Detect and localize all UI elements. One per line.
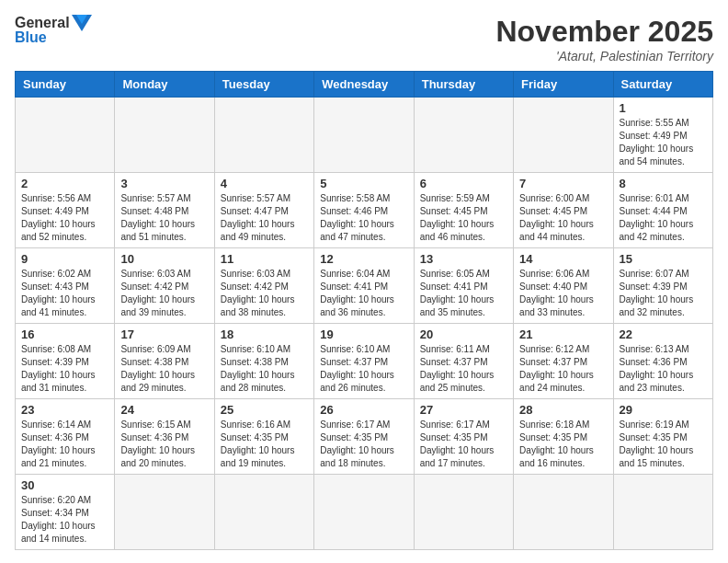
weekday-header-tuesday: Tuesday (214, 72, 313, 98)
calendar-cell (16, 98, 115, 173)
day-number: 2 (21, 177, 108, 190)
day-info: Sunrise: 6:05 AM Sunset: 4:41 PM Dayligh… (420, 268, 507, 319)
calendar-cell: 18Sunrise: 6:10 AM Sunset: 4:38 PM Dayli… (214, 324, 313, 399)
logo-mark: General Blue (15, 15, 92, 46)
logo-blue: Blue (15, 29, 47, 46)
calendar-cell: 3Sunrise: 5:57 AM Sunset: 4:48 PM Daylig… (115, 173, 214, 248)
page-header: General Blue November 2025 'Atarut, Pale… (15, 15, 713, 63)
day-info: Sunrise: 6:03 AM Sunset: 4:42 PM Dayligh… (221, 268, 308, 319)
day-number: 22 (620, 327, 707, 341)
day-info: Sunrise: 5:56 AM Sunset: 4:49 PM Dayligh… (21, 192, 108, 244)
day-number: 15 (620, 252, 707, 266)
day-info: Sunrise: 6:17 AM Sunset: 4:35 PM Dayligh… (320, 419, 407, 470)
day-number: 27 (420, 403, 507, 417)
day-info: Sunrise: 5:59 AM Sunset: 4:45 PM Dayligh… (420, 192, 507, 244)
logo: General Blue (15, 15, 92, 46)
logo-triangle-icon (72, 15, 92, 31)
weekday-header-saturday: Saturday (613, 72, 712, 98)
day-info: Sunrise: 6:14 AM Sunset: 4:36 PM Dayligh… (21, 419, 108, 470)
day-info: Sunrise: 6:09 AM Sunset: 4:38 PM Dayligh… (120, 343, 208, 395)
calendar-cell: 20Sunrise: 6:11 AM Sunset: 4:37 PM Dayli… (414, 324, 513, 399)
day-info: Sunrise: 6:06 AM Sunset: 4:40 PM Dayligh… (519, 268, 607, 319)
calendar-cell (514, 475, 613, 550)
calendar-week-3: 9Sunrise: 6:02 AM Sunset: 4:43 PM Daylig… (16, 248, 713, 324)
day-number: 10 (120, 252, 208, 266)
title-section: November 2025 'Atarut, Palestinian Terri… (495, 15, 713, 63)
day-number: 17 (120, 327, 208, 341)
calendar-cell (214, 475, 313, 550)
day-info: Sunrise: 6:08 AM Sunset: 4:39 PM Dayligh… (21, 343, 108, 395)
weekday-header-thursday: Thursday (414, 72, 513, 98)
calendar-week-2: 2Sunrise: 5:56 AM Sunset: 4:49 PM Daylig… (16, 173, 713, 248)
calendar-cell: 22Sunrise: 6:13 AM Sunset: 4:36 PM Dayli… (613, 324, 712, 399)
month-title: November 2025 (495, 15, 713, 49)
day-number: 28 (519, 403, 607, 417)
day-number: 14 (519, 252, 607, 266)
day-number: 11 (221, 252, 308, 266)
day-info: Sunrise: 6:00 AM Sunset: 4:45 PM Dayligh… (519, 192, 607, 244)
calendar-cell (314, 98, 414, 173)
calendar-table: SundayMondayTuesdayWednesdayThursdayFrid… (15, 71, 713, 550)
day-info: Sunrise: 6:12 AM Sunset: 4:37 PM Dayligh… (519, 343, 607, 395)
calendar-cell: 2Sunrise: 5:56 AM Sunset: 4:49 PM Daylig… (16, 173, 115, 248)
calendar-cell: 12Sunrise: 6:04 AM Sunset: 4:41 PM Dayli… (314, 248, 414, 324)
calendar-cell: 11Sunrise: 6:03 AM Sunset: 4:42 PM Dayli… (214, 248, 313, 324)
calendar-cell: 7Sunrise: 6:00 AM Sunset: 4:45 PM Daylig… (514, 173, 613, 248)
weekday-header-monday: Monday (115, 72, 214, 98)
day-number: 29 (620, 403, 707, 417)
calendar-cell: 14Sunrise: 6:06 AM Sunset: 4:40 PM Dayli… (514, 248, 613, 324)
calendar-cell: 29Sunrise: 6:19 AM Sunset: 4:35 PM Dayli… (613, 399, 712, 475)
day-info: Sunrise: 6:15 AM Sunset: 4:36 PM Dayligh… (120, 419, 208, 470)
calendar-cell: 15Sunrise: 6:07 AM Sunset: 4:39 PM Dayli… (613, 248, 712, 324)
calendar-cell: 10Sunrise: 6:03 AM Sunset: 4:42 PM Dayli… (115, 248, 214, 324)
calendar-cell: 24Sunrise: 6:15 AM Sunset: 4:36 PM Dayli… (115, 399, 214, 475)
calendar-cell: 4Sunrise: 5:57 AM Sunset: 4:47 PM Daylig… (214, 173, 313, 248)
calendar-cell (214, 98, 313, 173)
calendar-week-5: 23Sunrise: 6:14 AM Sunset: 4:36 PM Dayli… (16, 399, 713, 475)
day-number: 13 (420, 252, 507, 266)
calendar-cell: 17Sunrise: 6:09 AM Sunset: 4:38 PM Dayli… (115, 324, 214, 399)
calendar-cell (314, 475, 414, 550)
day-number: 5 (320, 177, 407, 190)
day-number: 18 (221, 327, 308, 341)
day-info: Sunrise: 6:11 AM Sunset: 4:37 PM Dayligh… (420, 343, 507, 395)
calendar-cell: 8Sunrise: 6:01 AM Sunset: 4:44 PM Daylig… (613, 173, 712, 248)
calendar-cell: 27Sunrise: 6:17 AM Sunset: 4:35 PM Dayli… (414, 399, 513, 475)
calendar-cell: 9Sunrise: 6:02 AM Sunset: 4:43 PM Daylig… (16, 248, 115, 324)
day-number: 1 (620, 101, 707, 115)
day-number: 16 (21, 327, 108, 341)
day-number: 25 (221, 403, 308, 417)
day-info: Sunrise: 6:03 AM Sunset: 4:42 PM Dayligh… (120, 268, 208, 319)
day-number: 3 (120, 177, 208, 190)
day-info: Sunrise: 6:18 AM Sunset: 4:35 PM Dayligh… (519, 419, 607, 470)
day-info: Sunrise: 6:02 AM Sunset: 4:43 PM Dayligh… (21, 268, 108, 319)
calendar-cell: 26Sunrise: 6:17 AM Sunset: 4:35 PM Dayli… (314, 399, 414, 475)
day-info: Sunrise: 6:01 AM Sunset: 4:44 PM Dayligh… (620, 192, 707, 244)
day-number: 6 (420, 177, 507, 190)
day-number: 9 (21, 252, 108, 266)
weekday-header-sunday: Sunday (16, 72, 115, 98)
day-info: Sunrise: 6:19 AM Sunset: 4:35 PM Dayligh… (620, 419, 707, 470)
calendar-cell: 21Sunrise: 6:12 AM Sunset: 4:37 PM Dayli… (514, 324, 613, 399)
location-subtitle: 'Atarut, Palestinian Territory (495, 49, 713, 63)
calendar-cell (514, 98, 613, 173)
day-info: Sunrise: 5:57 AM Sunset: 4:48 PM Dayligh… (120, 192, 208, 244)
calendar-cell: 5Sunrise: 5:58 AM Sunset: 4:46 PM Daylig… (314, 173, 414, 248)
day-number: 23 (21, 403, 108, 417)
day-number: 21 (519, 327, 607, 341)
calendar-week-4: 16Sunrise: 6:08 AM Sunset: 4:39 PM Dayli… (16, 324, 713, 399)
day-number: 8 (620, 177, 707, 190)
day-info: Sunrise: 6:04 AM Sunset: 4:41 PM Dayligh… (320, 268, 407, 319)
calendar-cell: 25Sunrise: 6:16 AM Sunset: 4:35 PM Dayli… (214, 399, 313, 475)
day-info: Sunrise: 6:17 AM Sunset: 4:35 PM Dayligh… (420, 419, 507, 470)
calendar-cell (115, 475, 214, 550)
day-info: Sunrise: 6:10 AM Sunset: 4:37 PM Dayligh… (320, 343, 407, 395)
calendar-cell (414, 98, 513, 173)
day-info: Sunrise: 6:16 AM Sunset: 4:35 PM Dayligh… (221, 419, 308, 470)
day-number: 24 (120, 403, 208, 417)
day-info: Sunrise: 6:13 AM Sunset: 4:36 PM Dayligh… (620, 343, 707, 395)
calendar-cell (115, 98, 214, 173)
calendar-week-6: 30Sunrise: 6:20 AM Sunset: 4:34 PM Dayli… (16, 475, 713, 550)
calendar-cell (414, 475, 513, 550)
calendar-cell: 16Sunrise: 6:08 AM Sunset: 4:39 PM Dayli… (16, 324, 115, 399)
